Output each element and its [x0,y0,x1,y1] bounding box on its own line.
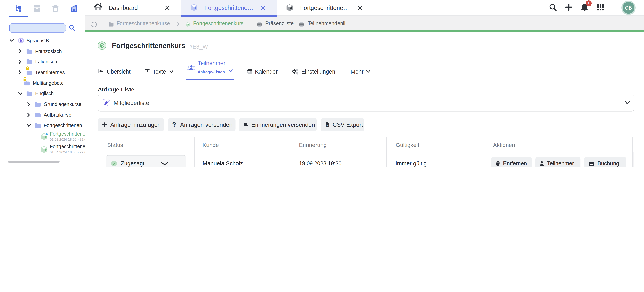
svg-text:CSV: CSV [326,125,329,126]
